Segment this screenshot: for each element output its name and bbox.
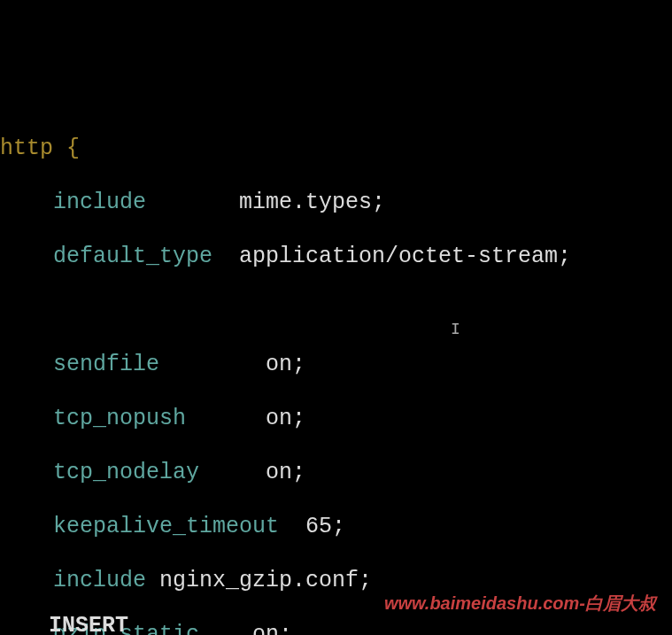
value: 65; bbox=[279, 514, 345, 539]
directive: keepalive_timeout bbox=[0, 514, 279, 539]
directive: include bbox=[0, 190, 146, 215]
code-editor[interactable]: http { include mime.types; default_type … bbox=[0, 108, 672, 635]
directive: include bbox=[0, 568, 146, 593]
code-line: tcp_nopush on; bbox=[0, 406, 672, 433]
directive: default_type bbox=[0, 244, 212, 269]
value: on; bbox=[186, 406, 305, 431]
value: on; bbox=[199, 460, 305, 485]
value: on; bbox=[159, 352, 305, 377]
code-line: keepalive_timeout 65; bbox=[0, 514, 672, 541]
editor-mode-indicator: INSERT bbox=[49, 613, 128, 636]
code-line: sendfile on; bbox=[0, 352, 672, 379]
directive: tcp_nodelay bbox=[0, 460, 199, 485]
value: on; bbox=[199, 622, 292, 636]
value: mime.types; bbox=[146, 190, 385, 215]
code-line: default_type application/octet-stream; bbox=[0, 244, 672, 271]
directive: tcp_nopush bbox=[0, 406, 186, 431]
code-line: http { bbox=[0, 136, 672, 163]
code-line: include mime.types; bbox=[0, 190, 672, 217]
value: nginx_gzip.conf; bbox=[146, 568, 372, 593]
caret-icon: I bbox=[451, 321, 460, 340]
code-line: include nginx_gzip.conf; bbox=[0, 568, 672, 595]
directive: http { bbox=[0, 136, 80, 161]
code-line: tcp_nodelay on; bbox=[0, 460, 672, 487]
directive: sendfile bbox=[0, 352, 159, 377]
value: application/octet-stream; bbox=[212, 244, 571, 269]
watermark-text: www.baimeidashu.com-白眉大叔 bbox=[384, 592, 656, 614]
code-line bbox=[0, 298, 672, 325]
